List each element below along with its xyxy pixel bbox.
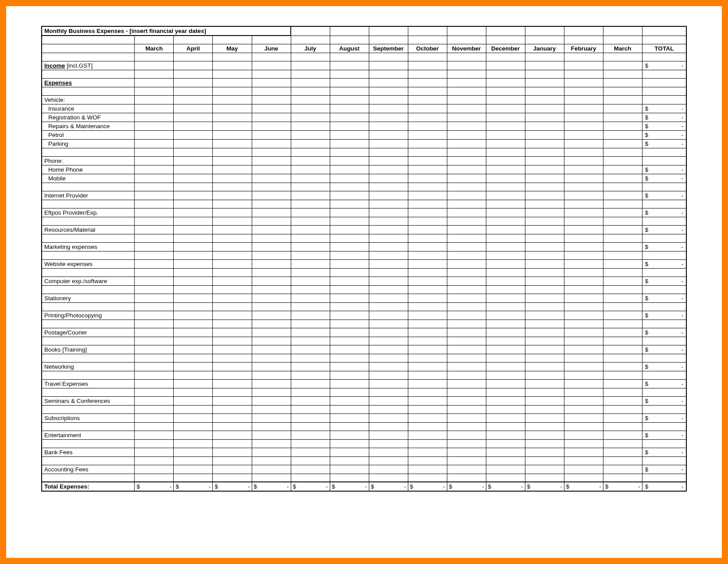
- month-cell[interactable]: [408, 448, 447, 456]
- empty-cell[interactable]: [291, 200, 330, 208]
- month-cell[interactable]: [408, 122, 447, 130]
- empty-cell[interactable]: [603, 148, 642, 156]
- empty-cell[interactable]: [174, 53, 213, 61]
- month-cell[interactable]: [330, 448, 369, 456]
- month-cell[interactable]: [408, 95, 447, 104]
- empty-cell[interactable]: [525, 217, 564, 225]
- empty-cell[interactable]: [603, 422, 642, 431]
- month-cell[interactable]: [291, 311, 330, 320]
- empty-cell[interactable]: [447, 422, 486, 431]
- month-cell[interactable]: [486, 277, 525, 285]
- month-cell[interactable]: [525, 191, 564, 200]
- month-cell[interactable]: [330, 259, 369, 268]
- month-cell[interactable]: [369, 174, 408, 183]
- month-cell[interactable]: [252, 277, 291, 285]
- month-cell[interactable]: [213, 431, 252, 439]
- month-cell[interactable]: [408, 465, 447, 474]
- empty-cell[interactable]: [564, 302, 603, 311]
- month-cell[interactable]: [486, 413, 525, 422]
- empty-cell[interactable]: [213, 456, 252, 465]
- empty-cell[interactable]: [486, 405, 525, 413]
- empty-cell[interactable]: [213, 234, 252, 242]
- month-cell[interactable]: [486, 328, 525, 337]
- month-cell[interactable]: [486, 113, 525, 122]
- empty-cell[interactable]: [330, 456, 369, 465]
- month-cell[interactable]: [408, 61, 447, 70]
- empty-cell[interactable]: [564, 183, 603, 191]
- empty-cell[interactable]: [525, 422, 564, 431]
- month-cell[interactable]: [369, 379, 408, 388]
- empty-cell[interactable]: [135, 53, 174, 61]
- empty-cell[interactable]: [42, 183, 135, 191]
- month-cell[interactable]: [369, 345, 408, 354]
- empty-cell[interactable]: [564, 251, 603, 259]
- row-total-empty[interactable]: [642, 78, 686, 87]
- month-cell[interactable]: [525, 396, 564, 405]
- month-cell[interactable]: [135, 78, 174, 87]
- empty-cell[interactable]: [447, 268, 486, 277]
- empty-cell[interactable]: [42, 354, 135, 362]
- month-cell[interactable]: [408, 174, 447, 183]
- month-cell[interactable]: [603, 311, 642, 320]
- month-cell[interactable]: [213, 277, 252, 285]
- empty-cell[interactable]: [291, 148, 330, 156]
- empty-cell[interactable]: [213, 354, 252, 362]
- empty-cell[interactable]: [252, 388, 291, 396]
- month-cell[interactable]: [408, 104, 447, 113]
- empty-cell[interactable]: [408, 217, 447, 225]
- empty-cell[interactable]: [330, 217, 369, 225]
- month-cell[interactable]: [564, 413, 603, 422]
- month-cell[interactable]: [564, 294, 603, 302]
- empty-cell[interactable]: [603, 302, 642, 311]
- month-cell[interactable]: [135, 345, 174, 354]
- empty-cell[interactable]: [486, 217, 525, 225]
- empty-cell[interactable]: [213, 371, 252, 379]
- month-cell[interactable]: [603, 130, 642, 139]
- empty-cell[interactable]: [486, 200, 525, 208]
- empty-cell[interactable]: [603, 36, 642, 44]
- month-cell[interactable]: [564, 122, 603, 130]
- month-cell[interactable]: [174, 130, 213, 139]
- empty-cell[interactable]: [525, 439, 564, 448]
- empty-cell[interactable]: [525, 474, 564, 482]
- month-cell[interactable]: [486, 465, 525, 474]
- month-cell[interactable]: [603, 431, 642, 439]
- month-cell[interactable]: [252, 431, 291, 439]
- empty-cell[interactable]: [486, 456, 525, 465]
- empty-cell[interactable]: [291, 422, 330, 431]
- month-cell[interactable]: [564, 78, 603, 87]
- empty-cell[interactable]: [369, 302, 408, 311]
- month-cell[interactable]: [564, 465, 603, 474]
- empty-cell[interactable]: [486, 285, 525, 294]
- empty-cell[interactable]: [642, 405, 686, 413]
- month-cell[interactable]: [447, 242, 486, 251]
- month-cell[interactable]: [252, 95, 291, 104]
- month-cell[interactable]: [291, 259, 330, 268]
- empty-cell[interactable]: [486, 320, 525, 328]
- month-cell[interactable]: [213, 448, 252, 456]
- empty-cell[interactable]: [252, 251, 291, 259]
- month-cell[interactable]: [525, 259, 564, 268]
- empty-cell[interactable]: [642, 87, 686, 95]
- empty-cell[interactable]: [291, 53, 330, 61]
- month-cell[interactable]: [525, 113, 564, 122]
- month-cell[interactable]: [135, 311, 174, 320]
- empty-cell[interactable]: [213, 439, 252, 448]
- empty-cell[interactable]: [408, 87, 447, 95]
- empty-cell[interactable]: [447, 26, 486, 36]
- month-cell[interactable]: [447, 259, 486, 268]
- month-cell[interactable]: [486, 379, 525, 388]
- empty-cell[interactable]: [642, 474, 686, 482]
- month-cell[interactable]: [408, 242, 447, 251]
- empty-cell[interactable]: [369, 234, 408, 242]
- month-cell[interactable]: [603, 362, 642, 371]
- empty-cell[interactable]: [42, 320, 135, 328]
- month-cell[interactable]: [408, 156, 447, 165]
- month-cell[interactable]: [213, 165, 252, 174]
- empty-cell[interactable]: [291, 371, 330, 379]
- empty-cell[interactable]: [642, 251, 686, 259]
- month-cell[interactable]: [174, 156, 213, 165]
- empty-cell[interactable]: [447, 148, 486, 156]
- month-cell[interactable]: [486, 362, 525, 371]
- empty-cell[interactable]: [174, 148, 213, 156]
